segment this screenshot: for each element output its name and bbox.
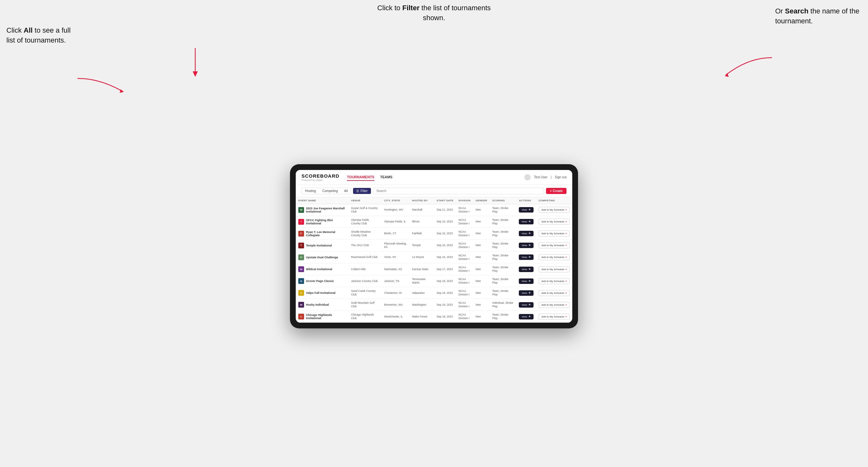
cell-venue-7: Sand Creek Country Club xyxy=(348,287,381,299)
svg-marker-1 xyxy=(193,71,198,77)
cell-gender-9: Men xyxy=(473,311,490,323)
eye-icon-9: 👁 xyxy=(528,315,531,318)
cell-venue-8: Gold Mountain Golf Club xyxy=(348,299,381,311)
cell-scoring-2: Team, Stroke Play xyxy=(490,227,516,240)
search-input[interactable] xyxy=(373,188,545,194)
cell-actions-8: View 👁 xyxy=(516,299,536,311)
header-right: Test User | Sign out xyxy=(524,174,566,181)
cell-division-6: NCAADivision I xyxy=(456,275,473,287)
col-competing: COMPETING xyxy=(536,197,572,204)
add-schedule-button-0[interactable]: Add to My Schedule + xyxy=(539,207,570,213)
view-button-4[interactable]: View 👁 xyxy=(519,254,533,260)
event-name-6: Grover Page Classic xyxy=(306,279,334,283)
filter-tab-group: Hosting Competing All xyxy=(302,188,351,194)
table-row: C Chicago Highlands Invitational Chicago… xyxy=(296,311,572,323)
cell-city-2: Berlin, CT xyxy=(381,227,409,240)
arrow-to-search xyxy=(721,54,775,80)
cell-city-5: Manhattan, KS xyxy=(381,263,409,275)
all-tab[interactable]: All xyxy=(341,188,351,194)
plus-icon-6: + xyxy=(565,280,567,283)
cell-event-name-6: G Grover Page Classic xyxy=(296,275,348,287)
team-logo-2: F xyxy=(298,231,304,237)
cell-hosted-3: Temple xyxy=(409,240,434,251)
cell-scoring-4: Team, Stroke Play xyxy=(490,251,516,263)
team-logo-8: W xyxy=(298,302,304,308)
annotation-topleft: Click All to see a full list of tourname… xyxy=(6,26,77,45)
col-event-name: EVENT NAME xyxy=(296,197,348,204)
view-button-3[interactable]: View 👁 xyxy=(519,243,533,248)
event-name-9: Chicago Highlands Invitational xyxy=(306,313,346,320)
add-schedule-button-1[interactable]: Add to My Schedule + xyxy=(539,219,570,225)
table-row: F Ryan T. Lee Memorial Collegiate Shuttl… xyxy=(296,227,572,240)
nav-teams[interactable]: TEAMS xyxy=(380,174,393,181)
col-hosted-by: HOSTED BY xyxy=(409,197,434,204)
create-button[interactable]: + Create xyxy=(546,188,566,194)
event-name-1: OFCC Fighting Illini Invitational xyxy=(306,219,346,225)
eye-icon-1: 👁 xyxy=(528,220,531,223)
plus-icon-8: + xyxy=(565,304,567,306)
col-scoring: SCORING xyxy=(490,197,516,204)
competing-tab[interactable]: Competing xyxy=(319,188,341,194)
cell-event-name-5: W Wildcat Invitational xyxy=(296,263,348,275)
table-row: W Wildcat Invitational Colbert Hills Man… xyxy=(296,263,572,275)
view-button-2[interactable]: View 👁 xyxy=(519,231,533,236)
cell-gender-7: Men xyxy=(473,287,490,299)
cell-event-name-2: F Ryan T. Lee Memorial Collegiate xyxy=(296,227,348,240)
view-button-9[interactable]: View 👁 xyxy=(519,314,533,319)
col-actions: ACTIONS xyxy=(516,197,536,204)
table-row: W Husky Individual Gold Mountain Golf Cl… xyxy=(296,299,572,311)
add-schedule-button-8[interactable]: Add to My Schedule + xyxy=(539,302,570,308)
view-button-5[interactable]: View 👁 xyxy=(519,267,533,272)
cell-actions-9: View 👁 xyxy=(516,311,536,323)
add-schedule-button-6[interactable]: Add to My Schedule + xyxy=(539,278,570,284)
cell-actions-1: View 👁 xyxy=(516,216,536,227)
cell-gender-8: Men xyxy=(473,299,490,311)
view-button-7[interactable]: View 👁 xyxy=(519,290,533,296)
filter-button-label: Filter xyxy=(361,189,367,193)
cell-date-9: Sep 18, 2023 xyxy=(434,311,456,323)
filter-button[interactable]: ☰ Filter xyxy=(353,188,371,194)
cell-division-0: NCAADivision I xyxy=(456,204,473,216)
cell-competing-0: Add to My Schedule + xyxy=(536,204,572,216)
cell-event-name-4: U Upstate Dual Challenge xyxy=(296,251,348,263)
view-button-6[interactable]: View 👁 xyxy=(519,278,533,284)
cell-event-name-0: M 2023 Joe Feaganes Marshall Invitationa… xyxy=(296,204,348,216)
nav-tournaments[interactable]: TOURNAMENTS xyxy=(347,174,374,181)
cell-city-1: Olympia Fields, IL xyxy=(381,216,409,227)
cell-actions-0: View 👁 xyxy=(516,204,536,216)
eye-icon-6: 👁 xyxy=(528,280,531,283)
add-schedule-button-9[interactable]: Add to My Schedule + xyxy=(539,314,570,320)
tablet-frame: SCOREBOARD Powered by clippd TOURNAMENTS… xyxy=(290,164,578,329)
view-button-8[interactable]: View 👁 xyxy=(519,302,533,308)
team-logo-6: G xyxy=(298,278,304,284)
add-schedule-button-7[interactable]: Add to My Schedule + xyxy=(539,290,570,296)
cell-competing-6: Add to My Schedule + xyxy=(536,275,572,287)
hosting-tab[interactable]: Hosting xyxy=(302,188,319,194)
cell-actions-7: View 👁 xyxy=(516,287,536,299)
event-name-4: Upstate Dual Challenge xyxy=(306,256,338,259)
eye-icon-4: 👁 xyxy=(528,256,531,259)
cell-gender-4: Men xyxy=(473,251,490,263)
cell-venue-1: Olympia Fields Country Club xyxy=(348,216,381,227)
cell-date-2: Sep 16, 2023 xyxy=(434,227,456,240)
sign-out-link[interactable]: Sign out xyxy=(555,176,566,179)
cell-gender-5: Men xyxy=(473,263,490,275)
cell-hosted-5: Kansas State xyxy=(409,263,434,275)
add-schedule-button-2[interactable]: Add to My Schedule + xyxy=(539,230,570,237)
arrow-to-all xyxy=(74,75,125,94)
add-schedule-button-5[interactable]: Add to My Schedule + xyxy=(539,266,570,272)
view-button-1[interactable]: View 👁 xyxy=(519,219,533,224)
eye-icon-8: 👁 xyxy=(528,304,531,306)
cell-competing-5: Add to My Schedule + xyxy=(536,263,572,275)
eye-icon-0: 👁 xyxy=(528,208,531,211)
table-header: EVENT NAME VENUE CITY, STATE HOSTED BY S… xyxy=(296,197,572,204)
cell-division-3: NCAADivision I xyxy=(456,240,473,251)
event-name-2: Ryan T. Lee Memorial Collegiate xyxy=(306,230,346,237)
add-schedule-button-3[interactable]: Add to My Schedule + xyxy=(539,242,570,248)
add-schedule-button-4[interactable]: Add to My Schedule + xyxy=(539,254,570,260)
cell-division-2: NCAADivision I xyxy=(456,227,473,240)
view-button-0[interactable]: View 👁 xyxy=(519,207,533,213)
eye-icon-5: 👁 xyxy=(528,268,531,271)
cell-hosted-8: Washington xyxy=(409,299,434,311)
team-logo-5: W xyxy=(298,266,304,272)
